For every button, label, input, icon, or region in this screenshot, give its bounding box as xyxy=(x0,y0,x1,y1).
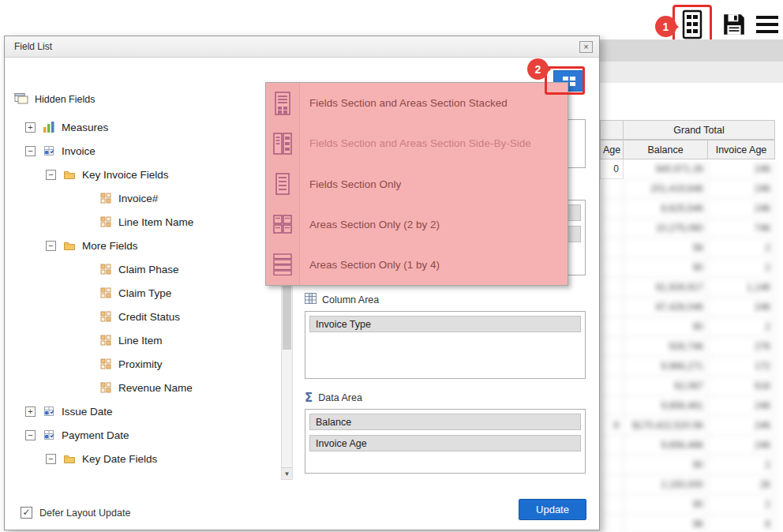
column-area-text: Column Area xyxy=(322,294,379,305)
tree-item-line-item-name[interactable]: Line Item Name xyxy=(13,210,277,234)
cell-age-partial xyxy=(600,317,624,337)
cell-age-partial xyxy=(600,396,624,416)
dimension-icon xyxy=(42,144,56,157)
cell-invoice-age-redacted: 2 xyxy=(708,258,775,278)
app-toolbar xyxy=(672,5,778,44)
cell-balance-redacted: 62,067 xyxy=(624,377,708,396)
cell-balance-redacted: 56 xyxy=(624,238,708,258)
collapse-icon[interactable]: − xyxy=(25,430,36,440)
cell-balance-redacted: 90 xyxy=(624,258,708,278)
menu-item-fields-section-and-areas-section-side-by-side: Fields Section and Areas Section Side-By… xyxy=(266,123,568,163)
fieldsonly-layout-icon xyxy=(266,173,299,195)
checkbox-checked-icon[interactable]: ✓ xyxy=(21,507,32,519)
expand-icon[interactable]: + xyxy=(25,406,36,417)
tree-item-issue-date[interactable]: +Issue Date xyxy=(13,399,277,423)
cell-invoice-age-redacted: 2 xyxy=(708,455,775,475)
tree-item-measures[interactable]: +Measures xyxy=(13,115,277,139)
table-row: 902 xyxy=(600,495,775,515)
data-area-item-invoice-age[interactable]: Invoice Age xyxy=(309,435,581,451)
grand-total-header: Grand Total xyxy=(624,120,775,140)
tree-item-revenue-name[interactable]: Revenue Name xyxy=(13,376,277,399)
table-row: 926,746276 xyxy=(600,337,775,357)
cell-invoice-age-redacted: 1,146 xyxy=(708,278,775,298)
menu-item-label: Areas Section Only (1 by 4) xyxy=(299,259,440,271)
tree-item-claim-phase[interactable]: Claim Phase xyxy=(13,257,277,281)
data-area-item-balance[interactable]: Balance xyxy=(309,414,581,430)
field-list-icon[interactable] xyxy=(680,9,704,39)
screen: Grand Total Age Balance Invoice Age 0640… xyxy=(0,0,783,532)
tree-item-label: Issue Date xyxy=(62,406,113,418)
cell-invoice-age-redacted: 246 xyxy=(708,416,775,436)
cell-age-partial xyxy=(600,357,624,377)
data-area-label: Σ Data Area xyxy=(305,391,362,405)
cell-invoice-age-redacted: 26 xyxy=(708,475,775,495)
table-row: 9$170,422,520.56246 xyxy=(600,416,775,436)
column-area-label: Column Area xyxy=(305,293,379,306)
pivot-header-row-2: Age Balance Invoice Age xyxy=(600,140,775,159)
dimension-icon xyxy=(42,429,56,441)
cell-age-partial xyxy=(600,258,624,278)
save-icon[interactable] xyxy=(721,12,747,37)
tree-item-label: Claim Type xyxy=(118,287,171,299)
cell-invoice-age-redacted: 746 xyxy=(708,219,775,238)
table-row: 0640,971.26246 xyxy=(600,159,775,179)
table-row: 9,656,466246 xyxy=(600,436,775,455)
defer-layout-update[interactable]: ✓ Defer Layout Update xyxy=(21,507,130,519)
tree-item-claim-type[interactable]: Claim Type xyxy=(13,281,277,305)
table-row: 61,926,9171,146 xyxy=(600,278,775,298)
cell-balance-redacted: 9,656,466 xyxy=(624,436,708,455)
menu-item-areas-section-only-1-by-4[interactable]: Areas Section Only (1 by 4) xyxy=(266,245,568,285)
pivot-header-cell xyxy=(600,120,624,140)
stacked-layout-icon xyxy=(266,92,299,115)
tree-item-payment-date[interactable]: −Payment Date xyxy=(13,423,277,447)
menu-icon[interactable] xyxy=(756,16,778,33)
tree-item-key-invoice-fields[interactable]: −Key Invoice Fields xyxy=(13,163,277,186)
data-area-box[interactable]: BalanceInvoice Age xyxy=(305,409,586,474)
cell-balance-redacted: 90 xyxy=(624,455,708,475)
pivot-table: Grand Total Age Balance Invoice Age 0640… xyxy=(600,120,775,532)
collapse-icon[interactable]: − xyxy=(46,454,56,464)
cell-balance-redacted: 201,419,646 xyxy=(624,179,708,199)
cell-invoice-age-redacted: 246 xyxy=(708,298,775,317)
cell-balance-redacted: 926,746 xyxy=(624,337,708,357)
background-header-bar xyxy=(600,39,783,62)
tree-item-key-date-fields[interactable]: −Key Date Fields xyxy=(13,447,277,470)
collapse-icon[interactable]: − xyxy=(46,170,56,180)
column-area-box[interactable]: Invoice Type xyxy=(305,311,586,379)
cell-balance-redacted: 8,625,546 xyxy=(624,199,708,219)
table-row: 966 xyxy=(600,515,775,532)
folder-icon xyxy=(62,168,77,181)
expand-icon[interactable]: + xyxy=(25,122,36,133)
tree-item-proximity[interactable]: Proximity xyxy=(13,352,277,376)
table-row: 902 xyxy=(600,455,775,475)
tree-item-invoice[interactable]: −Invoice xyxy=(13,139,277,163)
cell-invoice-age-redacted: 172 xyxy=(708,357,775,377)
menu-item-fields-section-only[interactable]: Fields Section Only xyxy=(266,163,568,204)
table-row: 902 xyxy=(600,258,775,278)
background-subheader-bar xyxy=(600,62,783,83)
cell-invoice-age-redacted: 276 xyxy=(708,337,775,357)
cell-age-partial xyxy=(600,455,624,475)
scroll-down-icon[interactable]: ▼ xyxy=(282,467,292,479)
pivot-header-row-1: Grand Total xyxy=(600,120,775,140)
table-row: 2,150,00026 xyxy=(600,475,775,495)
cell-age-partial xyxy=(600,179,624,199)
cell-age-partial xyxy=(600,199,624,219)
tree-item-credit-status[interactable]: Credit Status xyxy=(13,305,277,328)
tree-item-line-item[interactable]: Line Item xyxy=(13,328,277,352)
tree-item-label: Proximity xyxy=(118,358,163,370)
menu-item-areas-section-only-2-by-2[interactable]: Areas Section Only (2 by 2) xyxy=(266,204,568,245)
cell-balance-redacted: 90 xyxy=(624,317,708,337)
collapse-icon[interactable]: − xyxy=(46,241,56,251)
tree-item-more-fields[interactable]: −More Fields xyxy=(13,234,277,257)
update-button[interactable]: Update xyxy=(519,499,586,520)
column-area-item-invoice-type[interactable]: Invoice Type xyxy=(309,316,581,332)
tree-item-invoice[interactable]: Invoice# xyxy=(13,186,277,210)
close-icon[interactable]: × xyxy=(579,41,593,53)
menu-item-fields-section-and-areas-section-stacked[interactable]: Fields Section and Areas Section Stacked xyxy=(266,83,568,123)
table-row: 62,067616 xyxy=(600,377,775,396)
cell-balance-redacted: 10,275,060 xyxy=(624,219,708,238)
cell-balance-redacted: 640,971.26 xyxy=(624,159,708,179)
dialog-titlebar[interactable]: Field List × xyxy=(5,36,599,58)
collapse-icon[interactable]: − xyxy=(25,146,36,156)
